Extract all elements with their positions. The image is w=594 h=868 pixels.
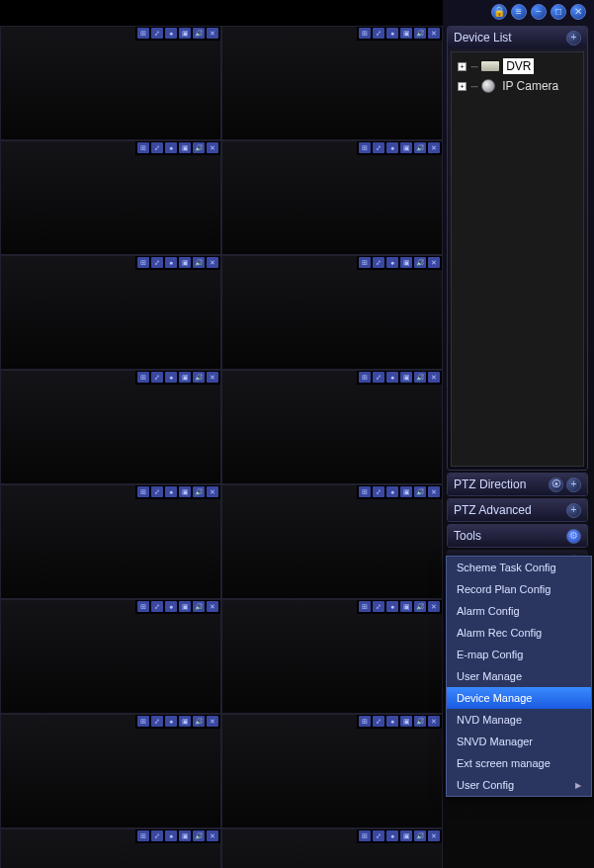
cell-snapshot-icon[interactable]: ▣: [400, 486, 412, 497]
cell-close-icon[interactable]: ✕: [207, 142, 218, 153]
cell-snapshot-icon[interactable]: ▣: [179, 28, 191, 39]
popup-item-device-manage[interactable]: Device Manage: [447, 687, 591, 709]
cell-audio-icon[interactable]: 🔊: [414, 28, 426, 39]
cell-grid-icon[interactable]: ⊞: [359, 142, 371, 153]
minimize-icon[interactable]: −: [531, 4, 547, 20]
video-cell[interactable]: ⊞ ⤢ ● ▣ 🔊 ✕: [0, 714, 221, 828]
device-list-header[interactable]: Device List +: [448, 27, 587, 48]
cell-record-icon[interactable]: ●: [386, 486, 398, 497]
cell-grid-icon[interactable]: ⊞: [359, 716, 371, 727]
cell-audio-icon[interactable]: 🔊: [193, 142, 205, 153]
video-cell[interactable]: ⊞ ⤢ ● ▣ 🔊 ✕: [221, 828, 443, 868]
cell-record-icon[interactable]: ●: [386, 601, 398, 612]
cell-audio-icon[interactable]: 🔊: [414, 372, 426, 383]
cell-grid-icon[interactable]: ⊞: [137, 28, 149, 39]
popup-item-user-config[interactable]: User Config ▶: [447, 774, 591, 796]
video-cell[interactable]: ⊞ ⤢ ● ▣ 🔊 ✕: [221, 26, 443, 140]
cell-record-icon[interactable]: ●: [165, 28, 177, 39]
cell-record-icon[interactable]: ●: [165, 257, 177, 268]
cell-audio-icon[interactable]: 🔊: [414, 601, 426, 612]
cell-record-icon[interactable]: ●: [386, 830, 398, 841]
cell-grid-icon[interactable]: ⊞: [359, 830, 371, 841]
cell-snapshot-icon[interactable]: ▣: [400, 28, 412, 39]
cell-audio-icon[interactable]: 🔊: [414, 716, 426, 727]
cell-grid-icon[interactable]: ⊞: [359, 28, 371, 39]
ptz-direction-header[interactable]: PTZ Direction ⦿ +: [448, 474, 587, 495]
popup-item-record-plan[interactable]: Record Plan Config: [447, 578, 591, 600]
cell-audio-icon[interactable]: 🔊: [193, 28, 205, 39]
cell-grid-icon[interactable]: ⊞: [359, 372, 371, 383]
tools-header[interactable]: Tools ⚙: [448, 525, 587, 547]
cell-audio-icon[interactable]: 🔊: [414, 257, 426, 268]
popup-item-nvd-manage[interactable]: NVD Manage: [447, 709, 591, 731]
cell-close-icon[interactable]: ✕: [428, 486, 440, 497]
cell-grid-icon[interactable]: ⊞: [359, 486, 371, 497]
cell-grid-icon[interactable]: ⊞: [359, 257, 371, 268]
cell-close-icon[interactable]: ✕: [207, 716, 218, 727]
video-cell[interactable]: ⊞ ⤢ ● ▣ 🔊 ✕: [221, 370, 443, 484]
cell-record-icon[interactable]: ●: [165, 486, 177, 497]
menu-icon[interactable]: ≡: [511, 4, 527, 20]
cell-grid-icon[interactable]: ⊞: [137, 372, 149, 383]
video-cell[interactable]: ⊞ ⤢ ● ▣ 🔊 ✕: [0, 484, 221, 599]
lock-icon[interactable]: 🔒: [491, 4, 507, 20]
cell-grid-icon[interactable]: ⊞: [137, 830, 149, 841]
cell-audio-icon[interactable]: 🔊: [193, 257, 205, 268]
cell-close-icon[interactable]: ✕: [428, 830, 440, 841]
ptz-expand-icon[interactable]: +: [566, 477, 581, 492]
cell-close-icon[interactable]: ✕: [428, 257, 440, 268]
cell-record-icon[interactable]: ●: [165, 716, 177, 727]
cell-expand-icon[interactable]: ⤢: [373, 830, 384, 841]
video-cell[interactable]: ⊞ ⤢ ● ▣ 🔊 ✕: [0, 370, 221, 484]
video-cell[interactable]: ⊞ ⤢ ● ▣ 🔊 ✕: [0, 26, 221, 140]
cell-expand-icon[interactable]: ⤢: [151, 28, 163, 39]
device-list-add-icon[interactable]: +: [566, 31, 581, 45]
cell-snapshot-icon[interactable]: ▣: [400, 716, 412, 727]
device-tree-node-ipcam[interactable]: + ···· IP Camera: [456, 76, 579, 96]
video-cell[interactable]: ⊞ ⤢ ● ▣ 🔊 ✕: [221, 714, 443, 828]
popup-item-snvd-manager[interactable]: SNVD Manager: [447, 731, 591, 752]
cell-record-icon[interactable]: ●: [386, 257, 398, 268]
cell-expand-icon[interactable]: ⤢: [373, 716, 384, 727]
expand-icon[interactable]: +: [458, 62, 467, 71]
cell-grid-icon[interactable]: ⊞: [137, 601, 149, 612]
cell-snapshot-icon[interactable]: ▣: [400, 830, 412, 841]
cell-snapshot-icon[interactable]: ▣: [179, 830, 191, 841]
popup-item-emap[interactable]: E-map Config: [447, 644, 591, 665]
cell-grid-icon[interactable]: ⊞: [137, 257, 149, 268]
cell-snapshot-icon[interactable]: ▣: [400, 257, 412, 268]
cell-grid-icon[interactable]: ⊞: [137, 716, 149, 727]
cell-snapshot-icon[interactable]: ▣: [179, 372, 191, 383]
cell-snapshot-icon[interactable]: ▣: [179, 716, 191, 727]
video-cell[interactable]: ⊞ ⤢ ● ▣ 🔊 ✕: [221, 140, 443, 255]
popup-item-user-manage[interactable]: User Manage: [447, 665, 591, 687]
cell-expand-icon[interactable]: ⤢: [151, 830, 163, 841]
cell-close-icon[interactable]: ✕: [207, 601, 218, 612]
cell-close-icon[interactable]: ✕: [428, 28, 440, 39]
cell-snapshot-icon[interactable]: ▣: [179, 257, 191, 268]
cell-snapshot-icon[interactable]: ▣: [400, 142, 412, 153]
cell-expand-icon[interactable]: ⤢: [151, 257, 163, 268]
cell-expand-icon[interactable]: ⤢: [373, 601, 384, 612]
popup-item-alarm-rec[interactable]: Alarm Rec Config: [447, 622, 591, 644]
cell-expand-icon[interactable]: ⤢: [151, 601, 163, 612]
expand-icon[interactable]: +: [458, 82, 467, 91]
cell-expand-icon[interactable]: ⤢: [151, 486, 163, 497]
cell-close-icon[interactable]: ✕: [207, 372, 218, 383]
cell-record-icon[interactable]: ●: [165, 142, 177, 153]
cell-audio-icon[interactable]: 🔊: [193, 716, 205, 727]
cell-grid-icon[interactable]: ⊞: [137, 142, 149, 153]
cell-close-icon[interactable]: ✕: [207, 257, 218, 268]
popup-item-alarm-config[interactable]: Alarm Config: [447, 600, 591, 622]
close-icon[interactable]: ✕: [570, 4, 586, 20]
cell-snapshot-icon[interactable]: ▣: [400, 601, 412, 612]
cell-expand-icon[interactable]: ⤢: [373, 142, 384, 153]
cell-record-icon[interactable]: ●: [165, 830, 177, 841]
cell-record-icon[interactable]: ●: [165, 601, 177, 612]
maximize-icon[interactable]: □: [551, 4, 566, 20]
cell-grid-icon[interactable]: ⊞: [137, 486, 149, 497]
video-cell[interactable]: ⊞ ⤢ ● ▣ 🔊 ✕: [0, 140, 221, 255]
cell-close-icon[interactable]: ✕: [428, 716, 440, 727]
cell-audio-icon[interactable]: 🔊: [193, 372, 205, 383]
cell-audio-icon[interactable]: 🔊: [414, 830, 426, 841]
